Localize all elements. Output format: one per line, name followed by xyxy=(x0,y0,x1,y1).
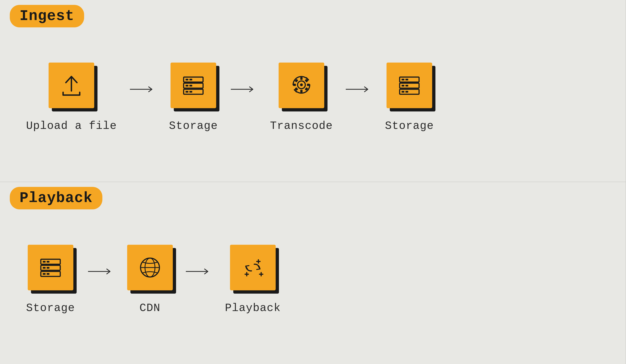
upload-icon xyxy=(58,72,85,99)
storage2-label: Storage xyxy=(385,120,434,132)
arrow-4 xyxy=(88,267,114,276)
transcode-label: Transcode xyxy=(270,120,333,132)
flow-item-storage1: Storage xyxy=(169,63,218,132)
playback-section: Playback xyxy=(0,182,626,364)
svg-rect-31 xyxy=(405,91,408,93)
svg-rect-9 xyxy=(186,91,189,93)
page: Ingest Upload a file xyxy=(0,0,626,364)
upload-card xyxy=(49,63,94,108)
arrow-4-icon xyxy=(88,267,114,276)
svg-rect-26 xyxy=(402,79,404,80)
svg-rect-6 xyxy=(190,79,192,80)
arrow-3-icon xyxy=(346,84,372,94)
svg-rect-29 xyxy=(405,85,408,86)
svg-rect-36 xyxy=(47,261,49,262)
arrow-5-icon xyxy=(186,267,212,276)
storage2-face xyxy=(387,63,432,108)
cdn-label: CDN xyxy=(139,302,160,314)
svg-rect-10 xyxy=(190,91,192,93)
cdn-card xyxy=(127,245,173,290)
storage1-icon xyxy=(180,72,207,99)
arrow-1-icon xyxy=(130,84,156,94)
playback-item-label: Playback xyxy=(225,302,281,314)
flow-item-storage3: Storage xyxy=(26,245,75,314)
svg-rect-38 xyxy=(47,267,49,269)
flow-item-upload: Upload a file xyxy=(26,63,117,132)
svg-point-13 xyxy=(300,83,303,86)
storage1-label: Storage xyxy=(169,120,218,132)
storage2-icon xyxy=(395,72,423,99)
svg-rect-7 xyxy=(186,85,189,86)
flow-item-transcode: Transcode xyxy=(270,63,333,132)
storage2-card xyxy=(387,63,432,108)
storage3-card xyxy=(28,245,73,290)
storage3-icon xyxy=(37,254,64,281)
ingest-section: Ingest Upload a file xyxy=(0,0,626,182)
transcode-face xyxy=(279,63,324,108)
svg-rect-27 xyxy=(405,79,408,80)
transcode-card xyxy=(279,63,324,108)
storage3-label: Storage xyxy=(26,302,75,314)
arrow-1 xyxy=(130,84,156,94)
svg-rect-28 xyxy=(402,85,404,86)
arrow-3 xyxy=(346,84,372,94)
svg-rect-35 xyxy=(43,261,45,262)
playback-icon xyxy=(239,254,267,281)
svg-rect-40 xyxy=(47,273,49,275)
flow-item-playback: Playback xyxy=(225,245,281,314)
arrow-2-icon xyxy=(231,84,257,94)
upload-label: Upload a file xyxy=(26,120,117,132)
svg-rect-14 xyxy=(300,77,303,80)
svg-rect-5 xyxy=(186,79,189,80)
transcode-icon xyxy=(288,72,315,99)
playback-card xyxy=(230,245,276,290)
svg-rect-8 xyxy=(190,85,192,86)
cdn-face xyxy=(127,245,173,290)
ingest-flow: Upload a file xyxy=(0,0,626,182)
flow-item-storage2: Storage xyxy=(385,63,434,132)
ingest-label: Ingest xyxy=(10,5,84,27)
playback-label: Playback xyxy=(10,187,102,209)
svg-rect-15 xyxy=(300,90,303,93)
storage3-face xyxy=(28,245,73,290)
storage1-card xyxy=(170,63,216,108)
cdn-icon xyxy=(136,254,164,281)
ingest-header: Ingest xyxy=(10,5,84,27)
storage1-face xyxy=(170,63,216,108)
arrow-5 xyxy=(186,267,212,276)
svg-rect-30 xyxy=(402,91,404,93)
flow-item-cdn: CDN xyxy=(127,245,173,314)
svg-rect-39 xyxy=(43,273,45,275)
arrow-2 xyxy=(231,84,257,94)
upload-face xyxy=(49,63,94,108)
playback-header: Playback xyxy=(10,187,102,209)
playback-face xyxy=(230,245,276,290)
svg-rect-37 xyxy=(43,267,45,269)
